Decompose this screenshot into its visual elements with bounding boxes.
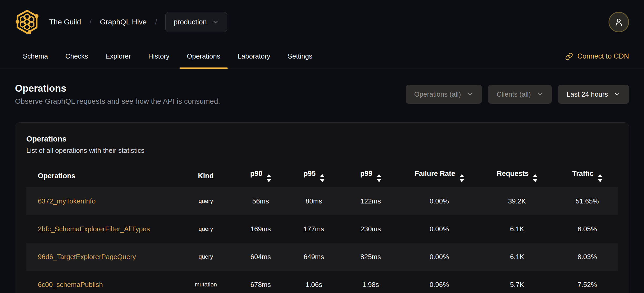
cell-p99: 230ms bbox=[340, 215, 401, 243]
column-header-p90[interactable]: p90 bbox=[234, 165, 288, 187]
table-row: 96d6_TargetExplorerPageQueryquery604ms64… bbox=[26, 243, 618, 271]
card-subtitle: List of all operations with their statis… bbox=[26, 146, 618, 155]
period-filter[interactable]: Last 24 hours bbox=[558, 85, 629, 104]
tab-laboratory[interactable]: Laboratory bbox=[230, 44, 278, 69]
chevron-down-icon bbox=[212, 18, 219, 26]
cell-p99: 825ms bbox=[340, 243, 401, 271]
column-header-p99[interactable]: p99 bbox=[340, 165, 401, 187]
chevron-down-icon bbox=[536, 91, 543, 98]
column-header-kind: Kind bbox=[178, 165, 234, 187]
cell-p99: 1.98s bbox=[340, 271, 401, 293]
cell-kind: mutation bbox=[178, 271, 234, 293]
page-subtitle: Observe GraphQL requests and see how the… bbox=[15, 97, 220, 106]
graphql-hive-app: The Guild / GraphQL Hive / production Sc… bbox=[0, 0, 644, 293]
column-label: Traffic bbox=[572, 170, 594, 177]
tab-schema[interactable]: Schema bbox=[15, 44, 56, 69]
connect-cdn-label: Connect to CDN bbox=[577, 52, 629, 60]
cell-p95: 1.06s bbox=[288, 271, 340, 293]
cell-p99: 122ms bbox=[340, 187, 401, 215]
clients-filter[interactable]: Clients (all) bbox=[488, 85, 552, 104]
user-icon bbox=[614, 17, 624, 27]
operation-link[interactable]: 96d6_TargetExplorerPageQuery bbox=[38, 253, 136, 261]
cell-kind: query bbox=[178, 187, 234, 215]
cell-failure_rate: 0.00% bbox=[401, 215, 477, 243]
tab-operations[interactable]: Operations bbox=[179, 44, 228, 69]
column-header-name: Operations bbox=[26, 165, 178, 187]
sort-icon[interactable] bbox=[267, 174, 271, 182]
tab-label: Explorer bbox=[105, 52, 131, 60]
user-avatar-button[interactable] bbox=[609, 12, 629, 32]
chevron-down-icon bbox=[614, 91, 621, 98]
table-row: 6c00_schemaPublishmutation678ms1.06s1.98… bbox=[26, 271, 618, 293]
tab-label: History bbox=[148, 52, 170, 60]
cell-p95: 177ms bbox=[288, 215, 340, 243]
cell-traffic: 8.03% bbox=[557, 243, 618, 271]
breadcrumb: The Guild / GraphQL Hive / production bbox=[49, 12, 227, 32]
table-row: 6372_myTokenInfoquery56ms80ms122ms0.00%3… bbox=[26, 187, 618, 215]
page-title: Operations bbox=[15, 83, 220, 94]
cell-kind: query bbox=[178, 243, 234, 271]
tab-label: Operations bbox=[187, 52, 220, 60]
filters: Operations (all)Clients (all)Last 24 hou… bbox=[406, 85, 629, 104]
cell-requests: 39.2K bbox=[477, 187, 557, 215]
tab-settings[interactable]: Settings bbox=[280, 44, 320, 69]
sort-icon[interactable] bbox=[598, 174, 602, 182]
tab-label: Settings bbox=[288, 52, 312, 60]
column-header-p95[interactable]: p95 bbox=[288, 165, 340, 187]
cell-requests: 6.1K bbox=[477, 243, 557, 271]
breadcrumb-separator: / bbox=[155, 18, 157, 26]
cell-p90: 169ms bbox=[234, 215, 288, 243]
link-icon bbox=[565, 53, 573, 60]
operation-link[interactable]: 6c00_schemaPublish bbox=[38, 281, 103, 289]
column-header-failure_rate[interactable]: Failure Rate bbox=[401, 165, 477, 187]
card-title: Operations bbox=[26, 135, 618, 143]
cell-requests: 6.1K bbox=[477, 215, 557, 243]
table-row: 2bfc_SchemaExplorerFilter_AllTypesquery1… bbox=[26, 215, 618, 243]
target-selector[interactable]: production bbox=[165, 12, 227, 32]
tab-checks[interactable]: Checks bbox=[57, 44, 96, 69]
operations-table: OperationsKindp90p95p99Failure RateReque… bbox=[26, 165, 618, 293]
cell-p90: 56ms bbox=[234, 187, 288, 215]
breadcrumb-separator: / bbox=[89, 18, 91, 26]
cell-name: 96d6_TargetExplorerPageQuery bbox=[26, 243, 178, 271]
sort-icon[interactable] bbox=[377, 174, 381, 182]
hive-logo[interactable] bbox=[15, 9, 39, 35]
nav-tabs: SchemaChecksExplorerHistoryOperationsLab… bbox=[15, 44, 320, 69]
column-header-requests[interactable]: Requests bbox=[477, 165, 557, 187]
tab-label: Checks bbox=[65, 52, 88, 60]
tab-history[interactable]: History bbox=[140, 44, 177, 69]
column-label: Requests bbox=[497, 170, 529, 177]
breadcrumb-project-link[interactable]: GraphQL Hive bbox=[100, 18, 147, 26]
hive-logo-icon bbox=[15, 9, 39, 35]
operations-card: Operations List of all operations with t… bbox=[15, 122, 629, 293]
cell-failure_rate: 0.00% bbox=[401, 187, 477, 215]
cell-p90: 678ms bbox=[234, 271, 288, 293]
operation-link[interactable]: 2bfc_SchemaExplorerFilter_AllTypes bbox=[38, 225, 150, 233]
page-title-block: Operations Observe GraphQL requests and … bbox=[15, 83, 220, 106]
chevron-down-icon bbox=[467, 91, 473, 98]
breadcrumb-org-link[interactable]: The Guild bbox=[49, 18, 81, 26]
connect-cdn-link[interactable]: Connect to CDN bbox=[565, 44, 629, 69]
clients-filter-label: Clients (all) bbox=[497, 90, 531, 98]
target-selector-label: production bbox=[173, 18, 207, 26]
page-head: Operations Observe GraphQL requests and … bbox=[0, 69, 644, 122]
column-header-traffic[interactable]: Traffic bbox=[557, 165, 618, 187]
sort-icon[interactable] bbox=[460, 174, 464, 182]
tab-explorer[interactable]: Explorer bbox=[98, 44, 139, 69]
operation-link[interactable]: 6372_myTokenInfo bbox=[38, 197, 96, 205]
sort-icon[interactable] bbox=[320, 174, 324, 182]
cell-failure_rate: 0.00% bbox=[401, 243, 477, 271]
main-nav: SchemaChecksExplorerHistoryOperationsLab… bbox=[0, 44, 644, 69]
column-label: Operations bbox=[38, 172, 75, 180]
sort-icon[interactable] bbox=[533, 174, 537, 182]
column-label: p90 bbox=[250, 170, 263, 177]
table-header-row: OperationsKindp90p95p99Failure RateReque… bbox=[26, 165, 618, 187]
cell-kind: query bbox=[178, 215, 234, 243]
cell-traffic: 7.52% bbox=[557, 271, 618, 293]
column-label: p99 bbox=[360, 170, 372, 177]
cell-traffic: 51.65% bbox=[557, 187, 618, 215]
cell-name: 2bfc_SchemaExplorerFilter_AllTypes bbox=[26, 215, 178, 243]
operations-filter[interactable]: Operations (all) bbox=[406, 85, 482, 104]
cell-requests: 5.7K bbox=[477, 271, 557, 293]
operations-filter-label: Operations (all) bbox=[414, 90, 461, 98]
